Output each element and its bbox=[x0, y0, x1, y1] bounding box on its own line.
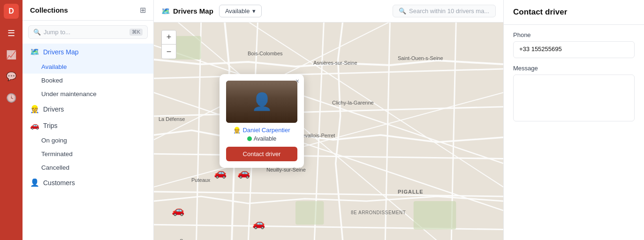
svg-line-10 bbox=[451, 22, 456, 240]
search-icon: 🔍 bbox=[399, 8, 406, 15]
message-textarea[interactable] bbox=[513, 75, 635, 121]
driver-photo bbox=[226, 81, 297, 123]
phone-value: +33 155255695 bbox=[513, 41, 635, 58]
zoom-out-button[interactable]: − bbox=[162, 45, 176, 59]
svg-line-16 bbox=[154, 92, 503, 187]
svg-rect-0 bbox=[154, 22, 503, 240]
sidebar-item-customers[interactable]: 👤 Customers bbox=[23, 174, 153, 191]
cancelled-label: Cancelled bbox=[41, 164, 69, 171]
terminated-label: Terminated bbox=[41, 150, 73, 158]
map-label-clichy: Clichy-la-Garenne bbox=[332, 100, 374, 105]
svg-line-11 bbox=[154, 45, 503, 164]
sidebar-search[interactable]: 🔍 Jump to... ⌘K bbox=[28, 25, 148, 39]
history-icon[interactable]: 🕓 bbox=[4, 91, 18, 105]
zoom-in-button[interactable]: + bbox=[162, 30, 176, 45]
driver-name: 👷 Daniel Carpentier bbox=[226, 127, 297, 134]
map-label-asnieres: Asnières-sur-Seine bbox=[313, 60, 357, 66]
svg-line-9 bbox=[385, 22, 390, 240]
svg-line-8 bbox=[314, 22, 324, 240]
message-icon[interactable]: 💬 bbox=[4, 69, 18, 83]
search-icon: 🔍 bbox=[33, 29, 41, 36]
drivers-map-label: Drivers Map bbox=[43, 48, 78, 56]
chevron-down-icon: ▾ bbox=[252, 8, 256, 15]
svg-rect-18 bbox=[414, 201, 456, 229]
map-label-levallois: Levallois-Perret bbox=[299, 133, 335, 138]
svg-line-2 bbox=[154, 107, 503, 116]
map-label-puteaux: Puteaux bbox=[191, 177, 210, 183]
available-dropdown[interactable]: Available ▾ bbox=[219, 5, 262, 17]
list-icon[interactable]: ☰ bbox=[6, 26, 17, 40]
sidebar-item-drivers-map[interactable]: 🗺️ Drivers Map bbox=[23, 44, 153, 60]
map-label-saint-ouen: Saint-Ouen-s-Seine bbox=[398, 55, 443, 61]
right-panel-header: Contact driver bbox=[504, 0, 644, 25]
main-header: 🗺️ Drivers Map Available ▾ 🔍 Search with… bbox=[154, 0, 503, 22]
svg-line-13 bbox=[177, 22, 437, 240]
main-content: 🗺️ Drivers Map Available ▾ 🔍 Search with… bbox=[154, 0, 503, 240]
svg-rect-19 bbox=[295, 201, 324, 225]
drivers-icon: 👷 bbox=[30, 105, 39, 113]
sidebar-collapse-btn[interactable]: ⊞ bbox=[140, 6, 146, 15]
svg-line-5 bbox=[154, 225, 503, 229]
drivers-map-icon: 🗺️ bbox=[30, 47, 39, 56]
drivers-label: Drivers bbox=[43, 105, 64, 113]
sidebar: Collections ⊞ 🔍 Jump to... ⌘K 🗺️ Drivers… bbox=[23, 0, 154, 240]
status-dot-icon bbox=[247, 136, 252, 141]
svg-line-12 bbox=[154, 92, 503, 210]
sidebar-subitem-under-maintenance[interactable]: Under maintenance bbox=[23, 87, 153, 101]
message-label: Message bbox=[513, 65, 635, 72]
zoom-controls: + − bbox=[161, 30, 176, 59]
page-title: 🗺️ Drivers Map bbox=[161, 7, 213, 15]
car-icon-3[interactable]: 🚗 bbox=[172, 204, 184, 217]
sidebar-subitem-booked[interactable]: Booked bbox=[23, 74, 153, 87]
driver-status: Available bbox=[226, 135, 297, 142]
right-panel-title: Contact driver bbox=[513, 8, 635, 17]
search-placeholder: Jump to... bbox=[44, 29, 70, 36]
driver-popup: × 👷 Daniel Carpentier Available Contact … bbox=[220, 74, 304, 168]
sidebar-header: Collections ⊞ bbox=[23, 0, 153, 21]
svg-line-1 bbox=[154, 69, 503, 78]
map-label-defense: La Défense bbox=[159, 116, 185, 122]
car-icon-4[interactable]: 🚗 bbox=[252, 218, 265, 230]
driver-name-icon: 👷 bbox=[233, 127, 241, 134]
page-title-icon: 🗺️ bbox=[161, 7, 170, 15]
sidebar-subitem-ongoing[interactable]: On going bbox=[23, 134, 153, 147]
sidebar-title: Collections bbox=[30, 6, 68, 14]
car-icon-2[interactable]: 🚗 bbox=[237, 167, 250, 179]
app-logo[interactable]: D bbox=[4, 4, 19, 19]
under-maintenance-label: Under maintenance bbox=[41, 90, 97, 98]
sidebar-item-drivers[interactable]: 👷 Drivers bbox=[23, 101, 153, 117]
chart-icon[interactable]: 📈 bbox=[4, 48, 18, 62]
map-label-suresnes: Suresnes bbox=[180, 238, 201, 240]
map-container[interactable]: Bois-Colombes Asnières-sur-Seine Saint-O… bbox=[154, 22, 503, 240]
search-shortcut: ⌘K bbox=[129, 29, 143, 36]
driver-search-bar[interactable]: 🔍 Search within 10 drivers ma... bbox=[393, 5, 496, 17]
driver-name-text: Daniel Carpentier bbox=[242, 127, 290, 134]
svg-line-6 bbox=[197, 22, 201, 240]
map-label-8e: 8E ARRONDISSEMENT bbox=[351, 210, 406, 215]
svg-line-4 bbox=[154, 192, 503, 196]
svg-line-3 bbox=[154, 154, 503, 158]
status-text: Available bbox=[254, 135, 276, 142]
trips-label: Trips bbox=[43, 122, 58, 129]
driver-photo-inner bbox=[226, 81, 297, 123]
map-label-pigalle: PIGALLE bbox=[398, 189, 424, 195]
map-label-bois-colombes: Bois-Colombes bbox=[248, 51, 283, 56]
sidebar-subitem-cancelled[interactable]: Cancelled bbox=[23, 161, 153, 174]
map-svg bbox=[154, 22, 503, 240]
logo-bar: D ☰ 📈 💬 🕓 bbox=[0, 0, 23, 240]
sidebar-subitem-terminated[interactable]: Terminated bbox=[23, 147, 153, 161]
phone-label: Phone bbox=[513, 31, 635, 38]
booked-label: Booked bbox=[41, 77, 63, 84]
ongoing-label: On going bbox=[41, 137, 67, 144]
sidebar-subitem-available[interactable]: Available bbox=[23, 60, 153, 74]
sidebar-item-trips[interactable]: 🚗 Trips bbox=[23, 117, 153, 134]
car-icon-1[interactable]: 🚗 bbox=[214, 167, 227, 179]
right-panel: Contact driver Phone +33 155255695 Messa… bbox=[503, 0, 644, 240]
customers-icon: 👤 bbox=[30, 178, 39, 187]
available-label: Available bbox=[41, 63, 67, 70]
contact-driver-button[interactable]: Contact driver bbox=[226, 147, 297, 161]
customers-label: Customers bbox=[43, 179, 75, 187]
trips-icon: 🚗 bbox=[30, 121, 39, 130]
